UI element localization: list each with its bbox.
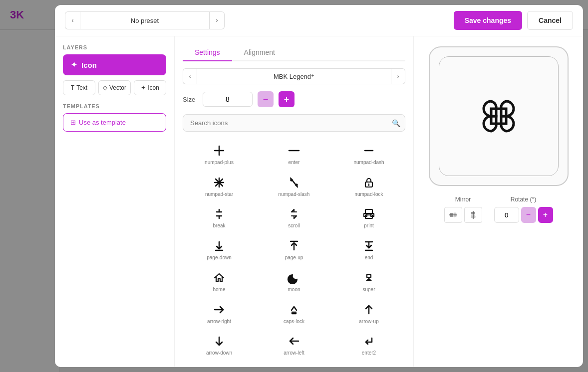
svg-point-11 xyxy=(296,184,297,186)
icon-cell-numpad-dash[interactable]: numpad-dash xyxy=(332,139,405,169)
rotate-controls: − + xyxy=(494,207,553,223)
template-icon: ⊞ xyxy=(70,119,76,126)
mirror-rotate-section: Mirror xyxy=(424,196,573,223)
templates-label: TEMPLATES xyxy=(63,103,166,109)
left-panel: LAYERS ✦ Icon T Text ◇ Vector xyxy=(55,36,175,367)
icon-cell-numpad-star[interactable]: numpad-star xyxy=(183,171,256,200)
icon-cell-break[interactable]: break xyxy=(183,202,256,232)
font-preset-label: MBK Legend⁺ xyxy=(197,68,391,84)
mirror-buttons xyxy=(444,207,482,223)
icon-label-moon: moon xyxy=(288,287,300,292)
preset-prev-button[interactable]: ‹ xyxy=(65,11,80,29)
icon-preview-inner xyxy=(439,56,559,176)
tab-alignment[interactable]: Alignment xyxy=(232,44,287,61)
layer-type-buttons: T Text ◇ Vector ✦ Icon xyxy=(63,80,166,95)
preset-label: No preset xyxy=(80,11,210,29)
vector-layer-button[interactable]: ◇ Vector xyxy=(98,80,131,95)
rotate-increase-button[interactable]: + xyxy=(538,207,553,223)
mirror-vertical-button[interactable] xyxy=(464,207,482,223)
rotate-input[interactable] xyxy=(494,207,519,223)
icon-label-numpad-lock: numpad-lock xyxy=(354,191,383,197)
icon-type-button[interactable]: ✦ Icon xyxy=(134,80,166,95)
vector-label: Vector xyxy=(109,84,126,91)
icon-cell-numpad-slash[interactable]: numpad-slash xyxy=(258,171,330,200)
search-input[interactable] xyxy=(183,114,405,132)
icon-label-numpad-dash: numpad-dash xyxy=(353,160,384,165)
rotate-label: Rotate (°) xyxy=(511,196,536,203)
mirror-horizontal-icon xyxy=(449,210,458,219)
icon-label-arrow-down: arrow-down xyxy=(206,350,232,356)
font-preset-prev-button[interactable]: ‹ xyxy=(183,68,197,84)
modal-actions: Save changes Cancel xyxy=(454,11,573,30)
font-preset-next-button[interactable]: › xyxy=(391,68,405,84)
icon-cell-super[interactable]: super xyxy=(332,266,405,296)
icon-cell-arrow-up[interactable]: arrow-up xyxy=(332,298,405,328)
icon-label-numpad-plus: numpad-plus xyxy=(205,160,234,165)
icon-label-print: print xyxy=(364,223,373,228)
preset-next-button[interactable]: › xyxy=(210,11,225,29)
icon-cell-enter2[interactable]: enter2 xyxy=(332,329,405,359)
icon-cell-moon[interactable]: moon xyxy=(258,266,330,296)
icon-cell-enter[interactable]: enter xyxy=(258,139,330,169)
svg-rect-20 xyxy=(365,209,372,213)
icon-label-scroll: scroll xyxy=(288,223,299,228)
preset-navigator: ‹ No preset › xyxy=(65,11,225,29)
settings-tabs: Settings Alignment xyxy=(183,44,405,61)
mirror-label: Mirror xyxy=(455,196,471,203)
size-decrease-button[interactable]: − xyxy=(258,91,274,107)
search-icon: 🔍 xyxy=(392,119,400,127)
search-box: 🔍 xyxy=(183,114,405,132)
icons-grid: numpad-plus enter numpad-dash xyxy=(183,139,405,359)
icon-cell-numpad-plus[interactable]: numpad-plus xyxy=(183,139,256,169)
svg-point-10 xyxy=(291,179,293,181)
mirror-horizontal-button[interactable] xyxy=(444,207,462,223)
modal-body: LAYERS ✦ Icon T Text ◇ Vector xyxy=(55,36,583,367)
icon-label-numpad-slash: numpad-slash xyxy=(279,191,310,197)
tab-settings[interactable]: Settings xyxy=(183,44,232,61)
rotate-decrease-button[interactable]: − xyxy=(521,207,536,223)
icon-label-arrow-up: arrow-up xyxy=(359,319,378,324)
icon-cell-arrow-left[interactable]: arrow-left xyxy=(258,329,330,359)
icon-cell-arrow-down[interactable]: arrow-down xyxy=(183,329,256,359)
icon-layer-button[interactable]: ✦ Icon xyxy=(63,54,166,75)
icon-layer-icon: ✦ xyxy=(71,60,77,69)
icon-label-end: end xyxy=(365,255,373,260)
text-icon: T xyxy=(71,84,74,91)
icon-type-icon: ✦ xyxy=(141,84,146,91)
icon-label-home: home xyxy=(213,287,225,292)
size-increase-button[interactable]: + xyxy=(279,91,294,107)
text-label: Text xyxy=(76,84,87,91)
save-button[interactable]: Save changes xyxy=(454,11,522,30)
vector-icon: ◇ xyxy=(103,84,107,91)
use-template-button[interactable]: ⊞ Use as template xyxy=(63,113,166,132)
icon-cell-end[interactable]: end xyxy=(332,234,405,264)
modal-dialog: ‹ No preset › Save changes Cancel LAYERS… xyxy=(55,5,583,367)
icon-cell-numpad-lock[interactable]: numpad-lock xyxy=(332,171,405,200)
rotate-control: Rotate (°) − + xyxy=(494,196,553,223)
templates-section: TEMPLATES ⊞ Use as template xyxy=(63,103,166,132)
icon-label-page-down: page-down xyxy=(207,255,231,260)
cancel-button[interactable]: Cancel xyxy=(527,11,573,30)
icon-cell-scroll[interactable]: scroll xyxy=(258,202,330,232)
font-preset-navigator: ‹ MBK Legend⁺ › xyxy=(183,68,405,84)
icon-cell-caps-lock[interactable]: caps-lock xyxy=(258,298,330,328)
icon-type-label: Icon xyxy=(148,84,159,91)
icon-label-arrow-right: arrow-right xyxy=(207,319,231,324)
icon-label-caps-lock: caps-lock xyxy=(284,319,304,324)
preview-command-icon xyxy=(474,91,524,141)
text-layer-button[interactable]: T Text xyxy=(63,80,95,95)
icon-cell-home[interactable]: home xyxy=(183,266,256,296)
icon-label-super: super xyxy=(362,287,375,292)
icon-cell-print[interactable]: print xyxy=(332,202,405,232)
icon-label-break: break xyxy=(213,223,225,228)
layers-label: LAYERS xyxy=(63,44,166,50)
layers-section: LAYERS ✦ Icon T Text ◇ Vector xyxy=(63,44,166,95)
icon-cell-page-down[interactable]: page-down xyxy=(183,234,256,264)
mirror-control: Mirror xyxy=(444,196,482,223)
icon-cell-page-up[interactable]: page-up xyxy=(258,234,330,264)
size-input[interactable] xyxy=(203,92,253,107)
icon-cell-arrow-right[interactable]: arrow-right xyxy=(183,298,256,328)
mirror-vertical-icon xyxy=(469,210,478,219)
size-control: Size − + xyxy=(183,91,405,107)
icon-label-enter2: enter2 xyxy=(362,350,376,356)
